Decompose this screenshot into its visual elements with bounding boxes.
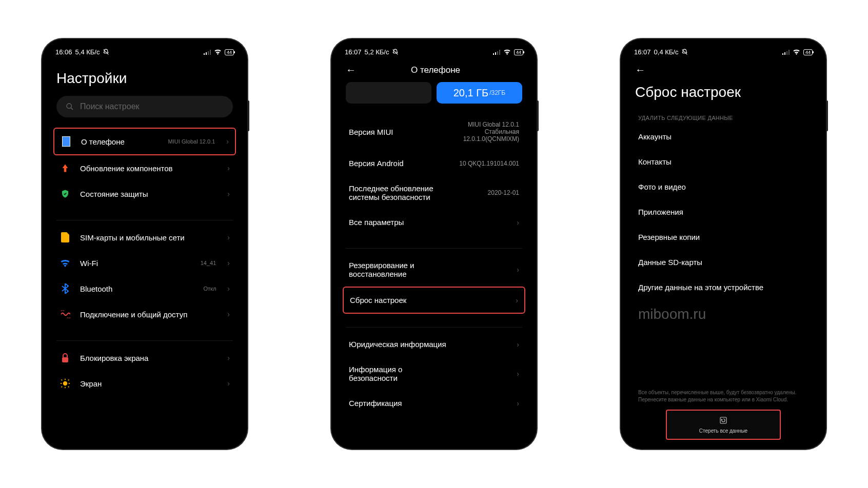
chevron-right-icon: › (517, 399, 519, 408)
row-legal[interactable]: Юридическая информация › (346, 332, 522, 357)
signal-icon (493, 50, 500, 55)
shield-icon (60, 188, 71, 199)
dnd-icon (392, 49, 399, 55)
row-backup-restore[interactable]: Резервирование и восстановление › (346, 253, 522, 287)
status-speed: 5,4 КБ/с (75, 48, 100, 56)
row-android-version[interactable]: Версия Android 10 QKQ1.191014.001 (346, 151, 522, 176)
sim-icon (60, 232, 71, 243)
phone-mockup-3: 16:07 0,4 КБ/с 44 ← Сброс настроек УДАЛИ… (621, 39, 826, 449)
svg-rect-26 (788, 50, 790, 55)
row-safety-info[interactable]: Информация о безопасности › (346, 357, 522, 391)
dnd-icon (681, 49, 688, 55)
watermark: miboom.ru (635, 300, 812, 329)
row-all-specs[interactable]: Все параметры › (346, 210, 522, 235)
storage-widget[interactable]: 20,1 ГБ/32ГБ (346, 82, 522, 104)
bluetooth-icon (60, 283, 71, 294)
row-lockscreen[interactable]: Блокировка экрана › (56, 345, 233, 371)
chevron-right-icon: › (227, 259, 230, 267)
dnd-icon (103, 49, 109, 55)
svg-line-14 (62, 387, 63, 388)
svg-line-16 (68, 387, 69, 388)
item-other: Другие данные на этом устройстве (635, 275, 812, 300)
section-header: УДАЛИТЬ СЛЕДУЮЩИЕ ДАННЫЕ (635, 110, 812, 124)
item-backups: Резервные копии (635, 225, 812, 250)
svg-rect-20 (497, 51, 498, 55)
svg-rect-4 (210, 50, 211, 55)
row-bluetooth[interactable]: Bluetooth Откл › (56, 276, 233, 301)
wifi-icon (793, 49, 800, 55)
chevron-right-icon: › (227, 310, 230, 318)
svg-rect-24 (784, 52, 785, 55)
svg-rect-27 (720, 417, 726, 423)
chevron-right-icon: › (226, 137, 229, 146)
row-security-status[interactable]: Состояние защиты › (56, 181, 233, 207)
back-button[interactable]: ← (346, 64, 356, 76)
wifi-settings-icon (60, 257, 71, 269)
header-title: О телефоне (364, 65, 507, 75)
search-placeholder: Поиск настроек (80, 102, 140, 111)
svg-rect-1 (204, 53, 205, 55)
chevron-right-icon: › (227, 164, 230, 172)
row-update[interactable]: Обновление компонентов › (56, 155, 233, 181)
row-security-update[interactable]: Последнее обновление системы безопасност… (346, 176, 522, 210)
chevron-right-icon: › (517, 370, 519, 378)
signal-icon (782, 50, 790, 55)
row-connection-share[interactable]: Подключение и общий доступ › (56, 301, 233, 327)
item-sd: Данные SD-карты (635, 250, 812, 275)
notch (413, 44, 455, 53)
row-sim[interactable]: SIM-карты и мобильные сети › (56, 225, 233, 250)
signal-icon (204, 50, 211, 55)
chevron-right-icon: › (517, 218, 519, 227)
svg-rect-19 (495, 52, 496, 55)
phone-icon (61, 136, 72, 147)
page-title: Настройки (56, 58, 233, 96)
battery-icon: 44 (803, 49, 813, 55)
page-title: Сброс настроек (635, 82, 812, 110)
svg-line-13 (68, 380, 69, 381)
svg-rect-25 (786, 51, 787, 55)
svg-point-5 (67, 104, 71, 108)
svg-rect-18 (493, 53, 494, 55)
status-speed: 0,4 КБ/с (654, 48, 679, 56)
storage-used: 20,1 ГБ/32ГБ (437, 82, 522, 104)
status-speed: 5,2 КБ/с (365, 48, 389, 56)
row-factory-reset[interactable]: Сброс настроек › (343, 287, 525, 314)
chevron-right-icon: › (517, 266, 519, 274)
share-icon (60, 309, 71, 320)
wifi-icon (503, 49, 511, 55)
miui-version-value: MIUI Global 12.0.1 Стабильная 12.0.1.0(Q… (463, 121, 519, 143)
chevron-right-icon: › (227, 284, 230, 293)
reset-icon (719, 416, 728, 425)
svg-rect-23 (782, 53, 783, 55)
wifi-icon (214, 49, 222, 55)
status-time: 16:07 (345, 48, 362, 56)
svg-rect-3 (208, 51, 209, 55)
row-display[interactable]: Экран › (56, 371, 233, 396)
item-contacts: Контакты (635, 149, 812, 174)
notch (703, 44, 744, 53)
status-time: 16:07 (634, 48, 651, 56)
svg-rect-7 (62, 357, 68, 362)
status-time: 16:06 (55, 48, 72, 56)
chevron-right-icon: › (517, 340, 519, 349)
svg-line-15 (62, 380, 63, 381)
footer-warning: Все объекты, перечисленные выше, будут б… (635, 385, 812, 410)
battery-icon: 44 (514, 49, 523, 55)
erase-all-button[interactable]: Стереть все данные (666, 410, 781, 440)
row-about-phone[interactable]: О телефоне MIUI Global 12.0.1 › (53, 128, 236, 155)
svg-line-6 (71, 108, 73, 110)
chevron-right-icon: › (227, 379, 230, 388)
row-miui-version[interactable]: Версия MIUI MIUI Global 12.0.1 Стабильна… (346, 113, 522, 151)
back-button[interactable]: ← (635, 64, 645, 76)
battery-icon: 44 (225, 49, 234, 55)
lock-icon (60, 352, 71, 363)
row-certification[interactable]: Сертификация › (346, 391, 522, 416)
item-apps: Приложения (635, 199, 812, 225)
search-input[interactable]: Поиск настроек (56, 96, 233, 117)
row-wifi[interactable]: Wi-Fi 14_41 › (56, 250, 233, 276)
phone-mockup-2: 16:07 5,2 КБ/с 44 ← О телефоне 20,1 ГБ/3… (331, 39, 537, 449)
chevron-right-icon: › (227, 354, 230, 362)
svg-rect-2 (206, 52, 207, 55)
search-icon (66, 103, 74, 111)
item-media: Фото и видео (635, 174, 812, 199)
